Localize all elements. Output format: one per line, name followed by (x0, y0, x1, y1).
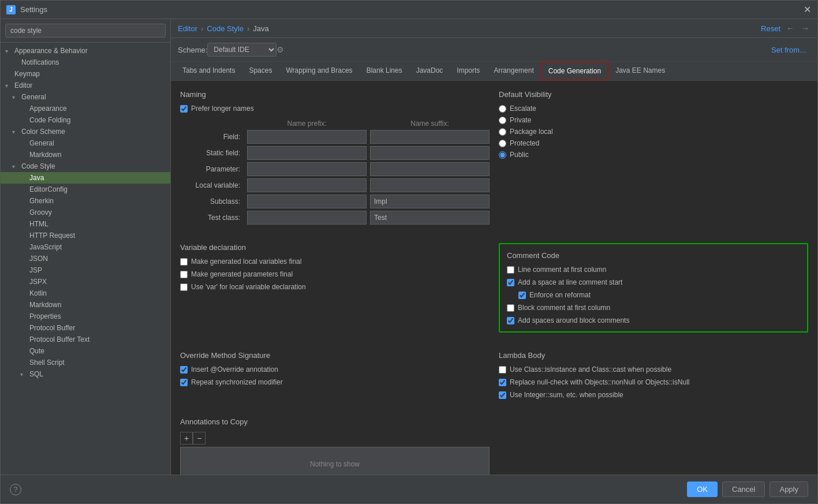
add-spaces-block-comments-checkbox[interactable] (507, 317, 514, 324)
add-space-line-comment-checkbox[interactable] (507, 279, 514, 286)
add-spaces-block-comments-row: Add spaces around block comments (507, 316, 800, 324)
add-spaces-block-comments-label: Add spaces around block comments (518, 316, 629, 324)
sidebar-item-appearance[interactable]: Appearance (1, 103, 170, 114)
radio-escalate-input[interactable] (499, 105, 506, 113)
sidebar-item-code-style[interactable]: ▾ Code Style (1, 160, 170, 172)
tab-imports[interactable]: Imports (450, 62, 487, 80)
sidebar-item-color-scheme[interactable]: ▾ Color Scheme (1, 126, 170, 137)
sidebar-item-markdown2[interactable]: Markdown (1, 299, 170, 311)
sidebar-item-appearance-behavior[interactable]: ▾ Appearance & Behavior (1, 45, 170, 57)
sidebar-item-gherkin[interactable]: Gherkin (1, 195, 170, 207)
sidebar-item-java[interactable]: Java (1, 172, 170, 184)
sidebar-item-label: JSPX (29, 278, 47, 286)
static-field-prefix-input[interactable] (247, 146, 367, 160)
make-local-final-checkbox[interactable] (180, 258, 188, 266)
subclass-prefix-input[interactable] (247, 195, 367, 208)
radio-package-local-input[interactable] (499, 128, 506, 136)
replace-null-check-checkbox[interactable] (499, 379, 506, 386)
sidebar-item-qute[interactable]: Qute (1, 345, 170, 357)
use-var-label: Use 'var' for local variable declaration (191, 283, 306, 291)
breadcrumb-code-style[interactable]: Code Style (207, 24, 244, 33)
repeat-synchronized-checkbox[interactable] (180, 379, 188, 386)
sidebar-item-markdown[interactable]: Markdown (1, 149, 170, 160)
search-input[interactable] (5, 24, 166, 38)
sidebar-item-code-folding[interactable]: Code Folding (1, 114, 170, 126)
right-panel: Editor › Code Style › Java Reset ← → Sch… (171, 19, 817, 475)
sidebar-item-http-request[interactable]: HTTP Request (1, 230, 170, 241)
sidebar-item-kotlin[interactable]: Kotlin (1, 288, 170, 299)
parameter-suffix-input[interactable] (370, 162, 490, 176)
use-integer-sum-checkbox[interactable] (499, 391, 506, 399)
block-comment-first-col-checkbox[interactable] (507, 304, 514, 312)
tab-javadoc[interactable]: JavaDoc (409, 62, 450, 80)
subclass-suffix-input[interactable] (370, 195, 490, 208)
line-comment-first-col-checkbox[interactable] (507, 266, 514, 274)
local-variable-prefix-input[interactable] (247, 178, 367, 192)
sidebar-item-javascript[interactable]: JavaScript (1, 241, 170, 253)
use-class-isinstance-checkbox[interactable] (499, 366, 506, 374)
nav-forward-button[interactable]: → (800, 24, 810, 33)
apply-button[interactable]: Apply (770, 481, 808, 497)
override-method-list: Insert @Override annotation Repeat synch… (180, 365, 490, 386)
sidebar-item-editor[interactable]: ▾ Editor (1, 80, 170, 91)
sidebar-item-json[interactable]: JSON (1, 253, 170, 264)
sidebar-item-notifications[interactable]: Notifications (1, 57, 170, 68)
sidebar-item-color-general[interactable]: General (1, 137, 170, 149)
sidebar-item-protocol-buffer[interactable]: Protocol Buffer (1, 322, 170, 334)
sidebar-item-properties[interactable]: Properties (1, 311, 170, 322)
scheme-select[interactable]: Default IDE Project (207, 43, 277, 57)
tab-arrangement[interactable]: Arrangement (487, 62, 540, 80)
help-button[interactable]: ? (10, 484, 21, 495)
parameter-prefix-input[interactable] (247, 162, 367, 176)
sidebar-item-shell-script[interactable]: Shell Script (1, 357, 170, 368)
sidebar-item-jspx[interactable]: JSPX (1, 276, 170, 288)
radio-protected-label: Protected (510, 139, 539, 147)
sidebar-item-general[interactable]: ▾ General (1, 91, 170, 103)
sidebar-item-keymap[interactable]: Keymap (1, 68, 170, 80)
reset-button[interactable]: Reset (761, 24, 780, 33)
remove-annotation-button[interactable]: − (193, 432, 206, 445)
radio-package-local: Package local (499, 128, 808, 136)
insert-override-checkbox[interactable] (180, 366, 188, 374)
sidebar-item-html[interactable]: HTML (1, 218, 170, 230)
name-prefix-header: Name prefix: (247, 120, 367, 128)
tab-java-ee-names[interactable]: Java EE Names (608, 62, 672, 80)
arrow-icon: ▾ (5, 48, 12, 54)
make-params-final-checkbox[interactable] (180, 271, 188, 278)
cancel-button[interactable]: Cancel (722, 481, 765, 497)
arrow-icon: ▾ (12, 163, 19, 170)
ok-button[interactable]: OK (687, 481, 718, 497)
close-button[interactable]: ✕ (802, 5, 812, 14)
enforce-reformat-checkbox[interactable] (518, 292, 526, 299)
replace-null-check-label: Replace null-check with Objects::nonNull… (510, 378, 689, 386)
breadcrumb-editor[interactable]: Editor (178, 24, 197, 33)
field-suffix-input[interactable] (370, 130, 490, 144)
radio-private-input[interactable] (499, 117, 506, 124)
use-var-checkbox[interactable] (180, 283, 188, 291)
bottom-bar: ? OK Cancel Apply (1, 475, 817, 503)
sidebar-item-sql[interactable]: ▾ SQL (1, 368, 170, 380)
add-annotation-button[interactable]: + (180, 432, 193, 445)
local-variable-suffix-input[interactable] (370, 178, 490, 192)
sidebar-item-label: JSON (29, 255, 48, 263)
nav-back-button[interactable]: ← (785, 24, 795, 33)
tab-wrapping-braces[interactable]: Wrapping and Braces (279, 62, 359, 80)
prefer-longer-checkbox[interactable] (180, 105, 188, 113)
radio-public-input[interactable] (499, 151, 506, 159)
sidebar-item-editorconfig[interactable]: EditorConfig (1, 184, 170, 195)
static-field-suffix-input[interactable] (370, 146, 490, 160)
sidebar-item-jsp[interactable]: JSP (1, 264, 170, 276)
tab-spaces[interactable]: Spaces (242, 62, 279, 80)
tab-tabs-indents[interactable]: Tabs and Indents (175, 62, 242, 80)
set-from-link[interactable]: Set from... (771, 46, 810, 54)
tab-blank-lines[interactable]: Blank Lines (360, 62, 409, 80)
test-class-suffix-input[interactable] (370, 211, 490, 225)
field-prefix-input[interactable] (247, 130, 367, 144)
title-bar: J Settings ✕ (1, 1, 817, 19)
radio-protected-input[interactable] (499, 140, 506, 147)
tab-code-generation[interactable]: Code Generation (541, 62, 608, 80)
sidebar-item-groovy[interactable]: Groovy (1, 207, 170, 218)
gear-icon[interactable]: ⚙ (277, 45, 284, 54)
sidebar-item-protocol-buffer-text[interactable]: Protocol Buffer Text (1, 334, 170, 345)
test-class-prefix-input[interactable] (247, 211, 367, 225)
